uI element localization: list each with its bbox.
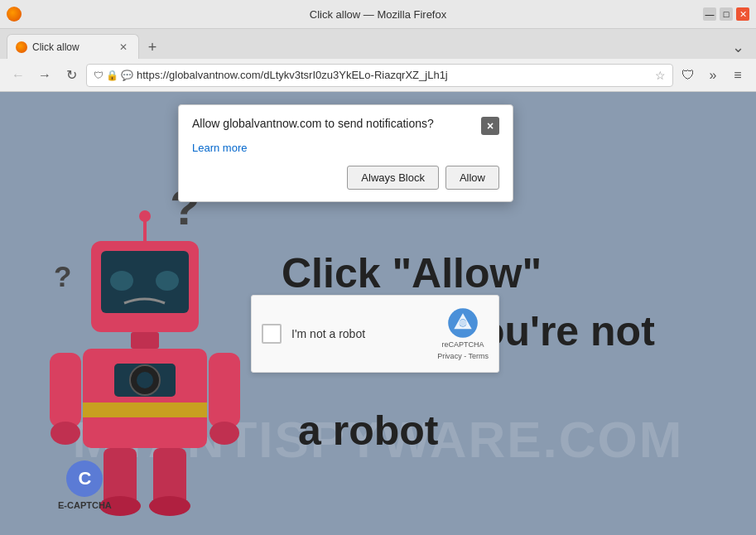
svg-rect-15 — [209, 353, 240, 427]
recaptcha-logo-icon — [447, 307, 479, 339]
tab-label: Click allow — [32, 41, 112, 53]
svg-point-7 — [139, 210, 151, 222]
shield-icon: 🛡 — [94, 70, 104, 81]
svg-text:?: ? — [54, 260, 71, 292]
url-input[interactable] — [137, 69, 652, 81]
nav-bar: ← → ↻ 🛡 🔒 💬 ☆ 🛡 » ≡ — [0, 59, 756, 92]
reload-button[interactable]: ↻ — [60, 64, 83, 87]
recaptcha-checkbox[interactable] — [262, 324, 282, 344]
svg-rect-8 — [131, 332, 159, 349]
extensions-button[interactable]: » — [701, 64, 725, 87]
svg-rect-14 — [50, 353, 81, 427]
popup-buttons: Always Block Allow — [192, 166, 499, 190]
page-text-line3: a robot — [298, 407, 438, 455]
tab-bar: Click allow ✕ + ⌄ — [0, 29, 756, 59]
svg-point-17 — [209, 422, 239, 445]
lock-icon: 🔒 — [106, 70, 118, 81]
allow-button[interactable]: Allow — [445, 166, 499, 190]
svg-point-4 — [110, 271, 133, 291]
address-bar[interactable]: 🛡 🔒 💬 ☆ — [86, 64, 673, 87]
recaptcha-right: reCAPTCHA Privacy - Terms — [437, 307, 489, 360]
firefox-icon — [7, 7, 22, 22]
svg-point-16 — [51, 422, 80, 445]
page-content: MYANTISPYWARE.COM ? ? — [0, 92, 756, 535]
ecaptcha-logo: C E-CAPTCHA — [58, 460, 112, 510]
svg-point-5 — [156, 271, 179, 291]
recaptcha-label: I'm not a robot — [291, 327, 365, 340]
menu-button[interactable]: ≡ — [726, 64, 749, 87]
title-bar-left — [7, 7, 22, 22]
page-text-line1: Click "Allow" — [282, 249, 542, 297]
ecaptcha-icon: C — [66, 460, 103, 497]
svg-point-13 — [137, 372, 153, 388]
shield-nav-button[interactable]: 🛡 — [677, 64, 700, 87]
forward-button[interactable]: → — [33, 64, 56, 87]
recaptcha-left: I'm not a robot — [262, 324, 365, 344]
ecaptcha-label: E-CAPTCHA — [58, 500, 112, 510]
new-tab-button[interactable]: + — [141, 36, 164, 59]
minimize-button[interactable]: — — [703, 7, 716, 21]
recaptcha-links: Privacy - Terms — [437, 352, 489, 360]
tab-favicon — [16, 41, 27, 53]
svg-rect-10 — [83, 402, 207, 417]
notification-icon: 💬 — [121, 70, 133, 81]
address-icons: 🛡 🔒 💬 — [94, 70, 133, 81]
tab-overflow-button[interactable]: ⌄ — [726, 36, 749, 59]
recaptcha-widget: I'm not a robot reCAPTCHA Privacy - Term… — [251, 295, 499, 373]
recaptcha-brand: reCAPTCHA — [442, 340, 484, 350]
tab-close-button[interactable]: ✕ — [117, 41, 130, 54]
close-window-button[interactable]: ✕ — [736, 7, 749, 21]
title-bar: Click allow — Mozilla Firefox — □ ✕ — [0, 0, 756, 29]
popup-question-text: Allow globalvantnow.com to send notifica… — [192, 117, 481, 130]
active-tab[interactable]: Click allow ✕ — [7, 34, 139, 59]
window-title: Click allow — Mozilla Firefox — [310, 8, 446, 21]
notification-popup: Allow globalvantnow.com to send notifica… — [178, 104, 513, 202]
bookmark-icon[interactable]: ☆ — [655, 69, 666, 82]
popup-header: Allow globalvantnow.com to send notifica… — [192, 117, 499, 135]
always-block-button[interactable]: Always Block — [347, 166, 439, 190]
maximize-button[interactable]: □ — [720, 7, 733, 21]
popup-close-button[interactable]: × — [481, 117, 499, 135]
back-button[interactable]: ← — [7, 64, 30, 87]
browser-window: Click allow — Mozilla Firefox — □ ✕ Clic… — [0, 0, 756, 535]
nav-right: 🛡 » ≡ — [677, 64, 749, 87]
title-bar-controls: — □ ✕ — [703, 7, 749, 21]
learn-more-link[interactable]: Learn more — [192, 142, 499, 154]
svg-point-21 — [149, 496, 190, 516]
tab-bar-right: ⌄ — [726, 36, 749, 59]
